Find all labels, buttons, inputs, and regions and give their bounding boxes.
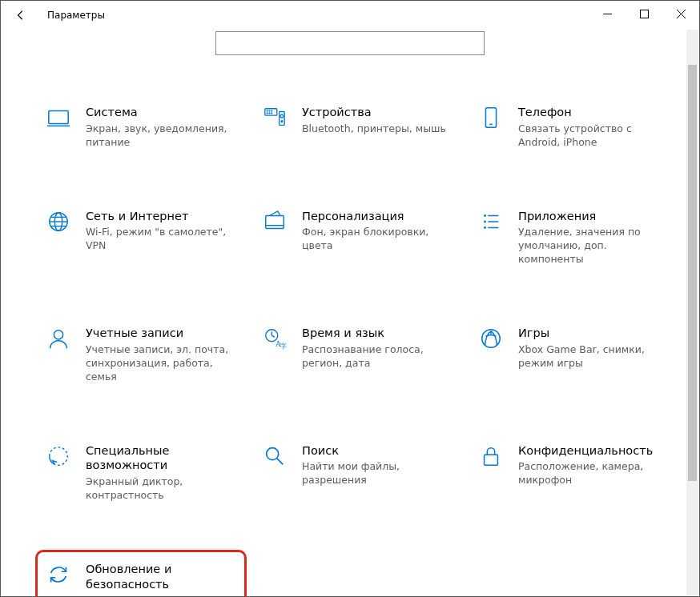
tile-title: Время и язык <box>302 326 448 341</box>
svg-point-8 <box>269 110 270 111</box>
tile-desc: Экранный диктор, контрастность <box>86 475 231 503</box>
tile-desc: Учетные записи, эл. почта, синхронизация… <box>86 343 231 384</box>
tile-desc: Найти мои файлы, разрешения <box>302 460 448 487</box>
tile-desc: Обновления Windows <box>86 595 231 597</box>
svg-point-15 <box>281 121 283 122</box>
update-icon <box>46 562 71 587</box>
tile-gaming[interactable]: Игры Xbox Game Bar, снимки, режим игры <box>475 323 667 387</box>
globe-icon <box>46 209 71 234</box>
settings-grid: Система Экран, звук, уведомления, питани… <box>1 102 699 597</box>
tile-phone[interactable]: Телефон Связать устройство с Android, iP… <box>475 102 667 153</box>
tile-search[interactable]: Поиск Найти мои файлы, разрешения <box>259 440 451 506</box>
svg-rect-40 <box>485 455 498 465</box>
svg-point-14 <box>280 114 284 118</box>
svg-rect-13 <box>280 112 285 126</box>
svg-point-12 <box>272 113 272 114</box>
time-language-icon: A字 <box>262 326 288 351</box>
back-button[interactable] <box>12 10 30 21</box>
svg-point-11 <box>269 113 270 114</box>
tile-title: Сеть и Интернет <box>86 209 231 224</box>
tile-desc: Bluetooth, принтеры, мышь <box>302 122 448 136</box>
svg-point-31 <box>54 331 62 339</box>
tile-title: Конфиденциальность <box>518 443 664 459</box>
tile-desc: Экран, звук, уведомления, питание <box>86 122 231 150</box>
tile-title: Учетные записи <box>86 326 231 341</box>
tile-system[interactable]: Система Экран, звук, уведомления, питани… <box>42 102 235 153</box>
window-controls <box>589 1 699 26</box>
close-button[interactable] <box>662 1 699 26</box>
window-title: Параметры <box>47 10 105 21</box>
devices-icon <box>262 105 288 130</box>
maximize-button[interactable] <box>626 1 662 26</box>
privacy-icon <box>478 443 504 469</box>
svg-line-39 <box>277 458 284 464</box>
tile-title: Приложения <box>518 209 664 224</box>
apps-icon <box>478 209 504 234</box>
minimize-button[interactable] <box>589 1 626 26</box>
svg-point-10 <box>267 113 268 114</box>
svg-rect-1 <box>640 10 648 18</box>
svg-rect-4 <box>49 111 68 124</box>
tile-devices[interactable]: Устройства Bluetooth, принтеры, мышь <box>259 102 451 153</box>
tile-network[interactable]: Сеть и Интернет Wi-Fi, режим "в самолете… <box>42 206 235 270</box>
phone-icon <box>478 105 504 130</box>
svg-text:字: 字 <box>280 343 287 350</box>
search-area <box>1 31 699 55</box>
search-icon <box>262 443 288 469</box>
tile-title: Система <box>86 105 231 120</box>
tile-apps[interactable]: Приложения Удаление, значения по умолчан… <box>475 206 667 270</box>
tile-update-security[interactable]: Обновление и безопасность Обновления Win… <box>35 550 247 597</box>
tile-title: Специальные возможности <box>86 443 231 474</box>
svg-rect-6 <box>265 109 277 115</box>
ease-of-access-icon <box>46 443 71 469</box>
tile-personalization[interactable]: Персонализация Фон, экран блокировки, цв… <box>259 206 451 270</box>
svg-point-38 <box>267 447 279 459</box>
tile-title: Игры <box>518 326 664 341</box>
gaming-icon <box>478 326 504 351</box>
accounts-icon <box>46 326 71 351</box>
tile-privacy[interactable]: Конфиденциальность Расположение, камера,… <box>475 440 667 506</box>
tile-title: Телефон <box>518 105 664 120</box>
tile-time-language[interactable]: A字 Время и язык Распознавание голоса, ре… <box>259 323 451 387</box>
tile-accounts[interactable]: Учетные записи Учетные записи, эл. почта… <box>42 323 235 387</box>
tile-title: Обновление и безопасность <box>86 562 231 592</box>
svg-line-34 <box>272 335 275 337</box>
tile-desc: Фон, экран блокировки, цвета <box>302 226 448 253</box>
svg-rect-23 <box>266 215 284 228</box>
scrollbar[interactable] <box>686 30 698 595</box>
search-input[interactable] <box>215 31 485 55</box>
tile-ease-of-access[interactable]: Специальные возможности Экранный диктор,… <box>42 440 235 506</box>
tile-desc: Wi-Fi, режим "в самолете", VPN <box>86 226 231 253</box>
tile-title: Поиск <box>302 443 448 459</box>
tile-desc: Связать устройство с Android, iPhone <box>518 122 664 150</box>
tile-title: Персонализация <box>302 209 448 224</box>
tile-title: Устройства <box>302 105 448 120</box>
scrollbar-thumb[interactable] <box>688 65 697 481</box>
personalization-icon <box>262 209 288 234</box>
svg-point-9 <box>272 110 272 111</box>
svg-point-7 <box>267 110 268 111</box>
tile-desc: Распознавание голоса, регион, дата <box>302 343 448 371</box>
tile-desc: Xbox Game Bar, снимки, режим игры <box>518 343 664 371</box>
system-icon <box>46 105 71 130</box>
tile-desc: Расположение, камера, микрофон <box>518 460 664 487</box>
tile-desc: Удаление, значения по умолчанию, доп. ко… <box>518 226 664 266</box>
